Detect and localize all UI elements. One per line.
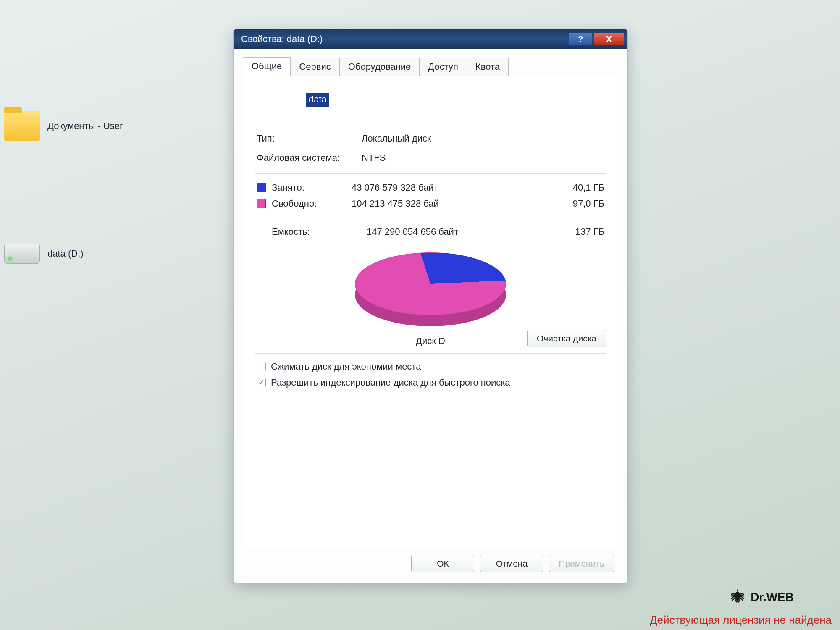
- cancel-button[interactable]: Отмена: [480, 555, 543, 572]
- capacity-bytes: 147 290 054 656 байт: [367, 226, 546, 237]
- help-button[interactable]: ?: [569, 33, 592, 45]
- used-label: Занято:: [272, 182, 352, 193]
- compress-checkbox[interactable]: [257, 362, 266, 371]
- tab-tools[interactable]: Сервис: [290, 58, 339, 76]
- free-color-swatch: [257, 199, 266, 208]
- used-bytes: 43 076 579 328 байт: [352, 182, 546, 193]
- license-warning: Действующая лицензия не найдена: [650, 614, 832, 627]
- antivirus-branding: 🕷 Dr.WEB: [731, 589, 794, 605]
- used-color-swatch: [257, 183, 266, 192]
- drive-name-value: data: [306, 93, 329, 107]
- tab-hardware[interactable]: Оборудование: [339, 58, 420, 76]
- ok-button[interactable]: ОК: [411, 555, 474, 572]
- tab-quota[interactable]: Квота: [467, 58, 509, 76]
- dialog-buttons: ОК Отмена Применить: [243, 549, 618, 575]
- compress-label: Сжимать диск для экономии места: [271, 361, 421, 372]
- index-checkbox[interactable]: [257, 378, 266, 387]
- tab-strip: Общие Сервис Оборудование Доступ Квота: [243, 57, 618, 76]
- pie-caption: Диск D: [416, 336, 445, 346]
- desktop-shortcut-label: data (D:): [47, 248, 84, 259]
- desktop-shortcut-drive-d[interactable]: data (D:): [4, 244, 84, 264]
- type-value: Локальный диск: [362, 133, 431, 144]
- drive-large-icon: [257, 87, 292, 113]
- disk-cleanup-button[interactable]: Очистка диска: [527, 330, 606, 347]
- tab-panel-general: data Тип: Локальный диск Файловая систем…: [243, 76, 618, 549]
- index-label: Разрешить индексирование диска для быстр…: [271, 377, 510, 388]
- pie-top: [355, 252, 506, 315]
- capacity-gb: 137 ГБ: [546, 226, 604, 237]
- close-button[interactable]: X: [594, 33, 624, 45]
- titlebar[interactable]: Свойства: data (D:) ? X: [234, 29, 627, 49]
- desktop-shortcut-label: Документы - User: [47, 121, 123, 131]
- free-bytes: 104 213 475 328 байт: [352, 198, 546, 209]
- type-label: Тип:: [257, 133, 362, 144]
- apply-button[interactable]: Применить: [549, 555, 614, 572]
- window-title: Свойства: data (D:): [241, 34, 323, 45]
- folder-icon: [4, 111, 40, 141]
- filesystem-value: NTFS: [362, 152, 386, 163]
- drive-properties-dialog: Свойства: data (D:) ? X Общие Сервис Обо…: [233, 29, 628, 583]
- drive-name-input[interactable]: data: [305, 91, 604, 109]
- filesystem-label: Файловая система:: [257, 152, 362, 163]
- tab-sharing[interactable]: Доступ: [419, 58, 467, 76]
- drive-icon: [4, 244, 40, 264]
- disk-usage-chart: Диск D Очистка диска: [255, 246, 606, 351]
- dialog-client-area: Общие Сервис Оборудование Доступ Квота d…: [234, 49, 627, 583]
- capacity-label: Емкость:: [272, 226, 367, 237]
- free-gb: 97,0 ГБ: [546, 198, 604, 209]
- spider-icon: 🕷: [731, 589, 745, 605]
- tab-general[interactable]: Общие: [243, 57, 291, 76]
- desktop-shortcut-documents[interactable]: Документы - User: [4, 111, 123, 141]
- free-label: Свободно:: [272, 198, 352, 209]
- antivirus-name: Dr.WEB: [751, 591, 794, 604]
- used-gb: 40,1 ГБ: [546, 182, 604, 193]
